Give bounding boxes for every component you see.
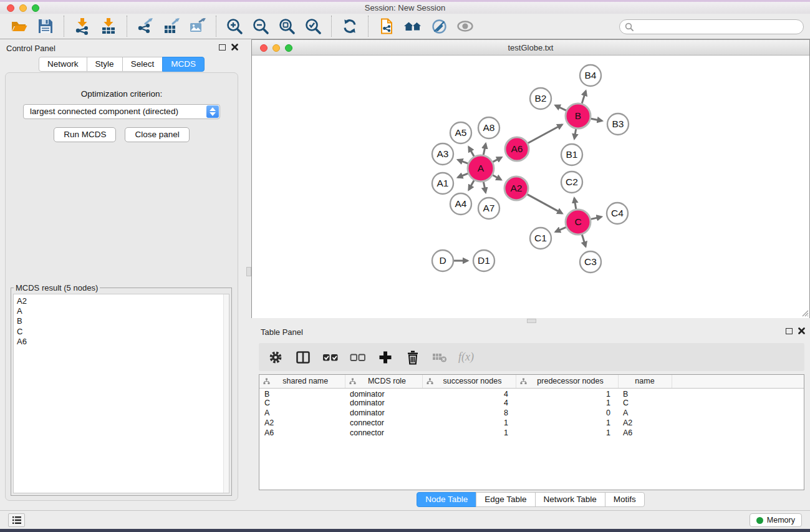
graph-node-B2[interactable]: B2 (530, 88, 551, 109)
network-from-selection-icon[interactable] (374, 15, 400, 37)
deselect-all-columns-icon[interactable] (349, 348, 367, 367)
graph-edge-A-A4[interactable] (469, 180, 475, 190)
column-header-mcds-role[interactable]: MCDS role (345, 375, 422, 388)
graph-edge-A2-C[interactable] (528, 195, 562, 214)
mcds-result-list[interactable]: A2ABCA6 (13, 294, 229, 493)
graph-node-C4[interactable]: C4 (607, 203, 628, 224)
cell-shared-name[interactable]: A (259, 408, 345, 418)
cell-mcds-role[interactable]: connector (345, 418, 422, 428)
graph-node-A1[interactable]: A1 (432, 173, 453, 194)
refresh-icon[interactable] (337, 15, 363, 37)
graph-node-A2[interactable]: A2 (504, 177, 528, 200)
graph-node-A5[interactable]: A5 (450, 122, 471, 143)
export-image-icon[interactable] (185, 15, 211, 37)
graph-node-A4[interactable]: A4 (450, 193, 471, 215)
split-table-view-icon[interactable] (294, 348, 312, 367)
cell-name[interactable]: A2 (618, 418, 672, 428)
column-header-successor-nodes[interactable]: successor nodes (422, 375, 516, 388)
graph-node-C[interactable]: C (566, 210, 591, 235)
panel-menu-button[interactable] (8, 513, 25, 527)
column-header-name[interactable]: name (618, 375, 672, 388)
cybrowser-home-icon[interactable] (400, 15, 426, 37)
table-row[interactable]: Cdominator41C (259, 399, 804, 409)
graph-edge-A-A1[interactable] (458, 173, 468, 177)
close-panel-icon[interactable] (798, 327, 805, 334)
graph-node-A[interactable]: A (468, 155, 494, 181)
graph-node-B1[interactable]: B1 (561, 144, 582, 165)
cell-predecessor-nodes[interactable]: 1 (516, 399, 618, 409)
tab-edge-table[interactable]: Edge Table (476, 492, 535, 507)
graph-node-A7[interactable]: A7 (478, 198, 499, 219)
table-row[interactable]: A2connector11A2 (259, 418, 804, 428)
mcds-result-item[interactable]: A2 (17, 296, 229, 306)
run-mcds-button[interactable]: Run MCDS (54, 127, 116, 142)
graph-node-D[interactable]: D (432, 250, 453, 271)
graph-edge-A-A5[interactable] (469, 147, 475, 157)
graph-edge-A6-B[interactable] (528, 125, 562, 143)
cell-shared-name[interactable]: A2 (259, 418, 345, 428)
graph-edge-A-A6[interactable] (493, 157, 501, 162)
mcds-result-item[interactable]: A (17, 306, 229, 316)
graph-edge-B-B1[interactable] (574, 129, 576, 139)
tab-network[interactable]: Network (39, 57, 87, 72)
zoom-in-icon[interactable] (221, 15, 248, 37)
cell-successor-nodes[interactable]: 4 (422, 399, 516, 409)
tab-select[interactable]: Select (122, 57, 163, 72)
tab-mcds[interactable]: MCDS (162, 57, 205, 72)
cell-mcds-role[interactable]: dominator (345, 399, 422, 409)
tab-motifs[interactable]: Motifs (605, 492, 645, 507)
close-panel-icon[interactable] (231, 44, 238, 51)
tab-style[interactable]: Style (87, 57, 123, 72)
zoom-out-icon[interactable] (248, 15, 274, 37)
cell-shared-name[interactable]: B (259, 388, 345, 399)
hide-graphics-details-icon[interactable] (426, 15, 452, 37)
graph-node-C3[interactable]: C3 (580, 251, 601, 273)
float-panel-icon[interactable] (219, 44, 226, 51)
delete-column-trash-icon[interactable] (403, 348, 422, 367)
save-session-icon[interactable] (32, 15, 59, 37)
cell-successor-nodes[interactable]: 1 (422, 428, 516, 438)
close-view-button[interactable] (260, 44, 268, 52)
cell-predecessor-nodes[interactable]: 1 (516, 428, 618, 438)
import-table-icon[interactable] (95, 15, 122, 37)
close-panel-button[interactable]: Close panel (125, 127, 189, 142)
graph-edge-A-A3[interactable] (458, 160, 468, 163)
cell-shared-name[interactable]: C (259, 399, 345, 409)
graph-edge-C-C1[interactable] (556, 227, 566, 231)
graph-edge-B-B3[interactable] (591, 118, 602, 121)
zoom-fit-icon[interactable] (274, 15, 300, 37)
cell-mcds-role[interactable]: dominator (345, 388, 422, 399)
create-column-plus-icon[interactable] (376, 348, 395, 367)
node-table[interactable]: shared nameMCDS rolesuccessor nodesprede… (259, 374, 804, 490)
graph-node-D1[interactable]: D1 (473, 250, 494, 271)
horizontal-splitter-handle[interactable] (527, 319, 536, 323)
cell-name[interactable]: B (618, 388, 672, 399)
cell-successor-nodes[interactable]: 4 (422, 388, 516, 399)
tab-network-table[interactable]: Network Table (535, 492, 605, 507)
cell-predecessor-nodes[interactable]: 1 (516, 418, 618, 428)
select-all-columns-icon[interactable] (321, 348, 340, 367)
minimize-view-button[interactable] (272, 44, 280, 52)
graph-edge-A-A7[interactable] (483, 182, 485, 193)
network-window-titlebar[interactable]: testGlobe.txt (252, 40, 809, 56)
mcds-result-item[interactable]: C (17, 327, 229, 337)
export-network-icon[interactable] (132, 15, 158, 37)
graph-edge-A-A2[interactable] (493, 175, 501, 180)
table-settings-gear-icon[interactable] (266, 348, 285, 367)
cell-predecessor-nodes[interactable]: 1 (516, 388, 618, 399)
cell-successor-nodes[interactable]: 8 (422, 408, 516, 418)
graph-node-A6[interactable]: A6 (505, 137, 529, 161)
graph-node-A8[interactable]: A8 (478, 117, 499, 138)
graph-edge-C-C2[interactable] (574, 198, 576, 210)
table-row[interactable]: A6connector11A6 (259, 428, 804, 438)
cell-successor-nodes[interactable]: 1 (422, 418, 516, 428)
memory-button[interactable]: Memory (750, 513, 802, 527)
tab-node-table[interactable]: Node Table (417, 492, 476, 507)
criterion-select[interactable]: largest connected component (directed) (23, 104, 220, 119)
maximize-window-button[interactable] (32, 4, 39, 12)
open-session-icon[interactable] (6, 15, 32, 37)
maximize-view-button[interactable] (285, 44, 292, 52)
export-table-icon[interactable] (158, 15, 185, 37)
cell-name[interactable]: A (618, 408, 672, 418)
graph-node-C1[interactable]: C1 (530, 228, 551, 249)
